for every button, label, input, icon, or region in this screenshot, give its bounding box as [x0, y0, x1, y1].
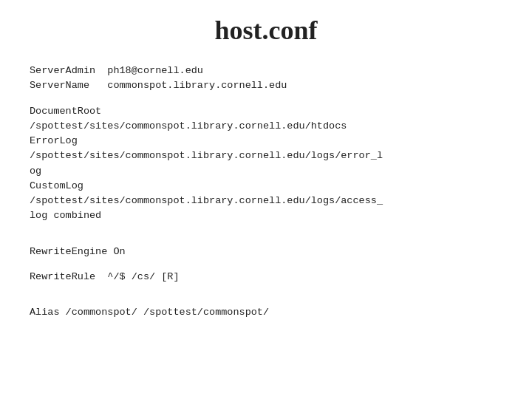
- spacer-2: [30, 224, 502, 234]
- config-block: ServerAdmin ph18@cornell.edu ServerName …: [30, 64, 502, 320]
- page-container: host.conf ServerAdmin ph18@cornell.edu S…: [0, 0, 532, 399]
- document-root-label-line: DocumentRoot: [30, 104, 502, 119]
- rewrite-rule-line: RewriteRule ^/$ /cs/ [R]: [30, 270, 502, 284]
- server-name-line: ServerName commonspot.library.cornell.ed…: [30, 78, 502, 93]
- page-title: host.conf: [30, 15, 502, 46]
- rewrite-engine-line: RewriteEngine On: [30, 245, 502, 259]
- error-log-value-line: /spottest/sites/commonspot.library.corne…: [30, 149, 502, 163]
- spacer-4: [30, 259, 502, 270]
- spacer-1: [30, 94, 502, 104]
- custom-log-value-line: /spottest/sites/commonspot.library.corne…: [30, 194, 502, 208]
- document-root-value-line: /spottest/sites/commonspot.library.corne…: [30, 119, 502, 134]
- spacer-6: [30, 295, 502, 305]
- custom-log-label-line: CustomLog: [30, 179, 502, 194]
- error-log-label-line: ErrorLog: [30, 134, 502, 149]
- alias-line: Alias /commonspot/ /spottest/commonspot/: [30, 305, 502, 320]
- custom-log-value2-line: log combined: [30, 208, 502, 223]
- server-admin-line: ServerAdmin ph18@cornell.edu: [30, 64, 502, 78]
- spacer-3: [30, 234, 502, 245]
- error-log-value2-line: og: [30, 164, 502, 179]
- spacer-5: [30, 284, 502, 295]
